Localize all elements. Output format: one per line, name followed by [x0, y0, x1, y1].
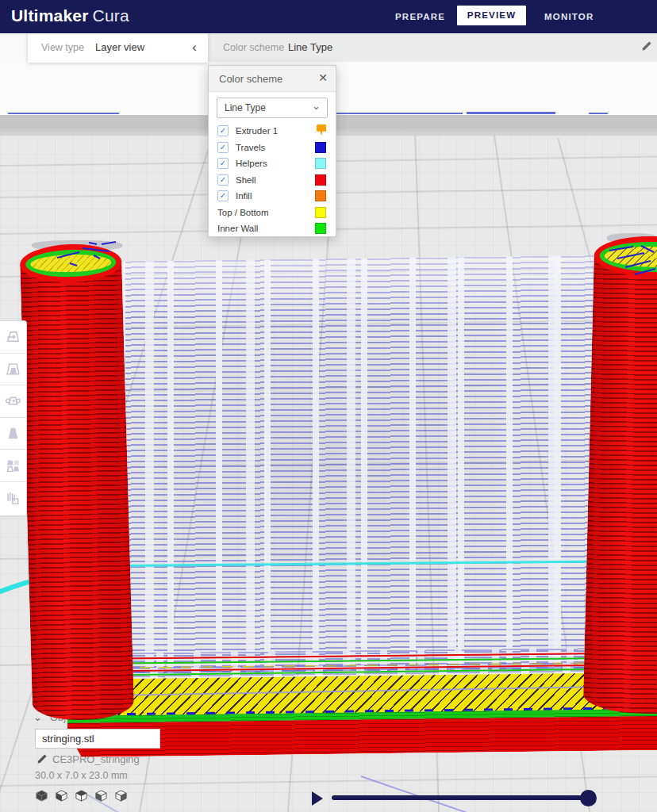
brand-cura: Cura: [93, 6, 129, 25]
view-right-button[interactable]: [114, 789, 128, 802]
tower-shell: [20, 262, 134, 721]
color-swatch: [315, 190, 326, 201]
filename-input[interactable]: [35, 729, 160, 749]
dropdown-value: Line Type: [225, 102, 266, 113]
legend-rows: ✓ Extruder 1 ✓ Travels ✓ Helpers ✓ Shell…: [209, 123, 336, 237]
legend-row-top-bottom: Top / Bottom: [209, 205, 336, 221]
view-left-button[interactable]: [94, 789, 108, 802]
rotate-tool-button[interactable]: [0, 385, 26, 418]
legend-label: Top / Bottom: [217, 208, 269, 217]
travel-line-segment: [589, 113, 608, 114]
travel-line-segment: [467, 112, 555, 114]
close-icon[interactable]: ✕: [318, 71, 328, 84]
helpers-checkbox[interactable]: ✓: [217, 158, 229, 169]
printed-tower-right[interactable]: [583, 235, 657, 715]
legend-label: Inner Wall: [217, 224, 258, 233]
legend-label: Infill: [236, 191, 252, 201]
legend-label: Helpers: [236, 159, 267, 168]
view-type-value: Layer view: [95, 41, 144, 53]
scale-tool-button[interactable]: [0, 354, 26, 386]
view-front-button[interactable]: [55, 789, 68, 802]
tower-shell: [583, 255, 657, 715]
rotate-icon: [6, 393, 21, 408]
per-model-settings-icon: [6, 458, 21, 473]
extruder-swatch: [317, 124, 326, 136]
view-orientation-buttons: [35, 789, 128, 802]
brand-ultimaker: Ultimaker: [11, 6, 89, 25]
color-swatch: [315, 174, 326, 186]
mirror-icon: [6, 426, 21, 441]
travel-lines-layer: [119, 255, 597, 676]
tab-preview[interactable]: PREVIEW: [457, 6, 526, 25]
panel-title: Color scheme: [219, 73, 282, 85]
view-top-button[interactable]: [75, 789, 88, 802]
per-model-settings-button[interactable]: [0, 450, 26, 482]
cura-app-window: ⌄Object list CE3PRO_stringing 30.0 x 7.0…: [0, 0, 657, 812]
legend-row-inner-wall: Inner Wall: [209, 220, 336, 237]
collapse-chevron-icon[interactable]: ‹: [192, 40, 197, 54]
view-3d-button[interactable]: [35, 789, 48, 802]
color-swatch: [315, 223, 326, 234]
chevron-down-icon: ⌄: [312, 100, 321, 112]
view-type-selector[interactable]: View type Layer view ‹: [28, 32, 208, 63]
edit-pencil-icon[interactable]: [641, 40, 652, 55]
legend-row-helpers: ✓ Helpers: [209, 155, 336, 172]
color-swatch: [315, 207, 326, 218]
printed-tower-left[interactable]: [20, 243, 135, 721]
legend-row-extruder1: ✓ Extruder 1: [209, 123, 336, 140]
scale-icon: [6, 362, 21, 377]
move-tool-button[interactable]: [0, 321, 26, 354]
legend-label: Travels: [236, 143, 265, 152]
infill-checkbox[interactable]: ✓: [217, 190, 229, 201]
tab-prepare[interactable]: PREPARE: [395, 0, 443, 33]
play-button[interactable]: [312, 791, 323, 806]
panel-header: Color scheme ✕: [209, 66, 336, 92]
legend-row-shell: ✓ Shell: [209, 172, 336, 189]
model-dimensions-text: 30.0 x 7.0 x 23.0 mm: [35, 770, 128, 781]
legend-row-travels: ✓ Travels: [209, 140, 336, 156]
shell-checkbox[interactable]: ✓: [217, 174, 229, 186]
color-scheme-panel: Color scheme ✕ Line Type ⌄ ✓ Extruder 1 …: [208, 65, 336, 237]
move-icon: [6, 329, 21, 344]
view-type-label: View type: [41, 42, 84, 53]
legend-label: Extruder 1: [236, 126, 278, 136]
color-swatch: [315, 158, 326, 169]
simulation-slider-handle[interactable]: [580, 790, 597, 806]
travels-checkbox[interactable]: ✓: [217, 142, 229, 153]
simulation-slider-track[interactable]: [332, 795, 591, 800]
color-scheme-label: Color scheme: [223, 42, 284, 53]
scene-tools-toolbar: [0, 320, 27, 516]
travel-line-segment: [8, 113, 119, 114]
tab-monitor[interactable]: MONITOR: [544, 0, 594, 33]
legend-row-infill: ✓ Infill: [209, 188, 336, 205]
top-header-bar: UltimakerCura PREPARE PREVIEW MONITOR: [0, 0, 657, 33]
extruder1-checkbox[interactable]: ✓: [217, 125, 229, 136]
color-swatch: [315, 142, 326, 153]
support-blocker-button[interactable]: [0, 482, 26, 515]
line-type-dropdown[interactable]: Line Type ⌄: [217, 98, 328, 118]
edit-model-name-icon[interactable]: [36, 753, 48, 768]
mirror-tool-button[interactable]: [0, 418, 26, 450]
legend-label: Shell: [236, 175, 256, 185]
color-scheme-value[interactable]: Line Type: [288, 41, 332, 53]
support-blocker-icon: [6, 491, 21, 506]
app-logo: UltimakerCura: [11, 6, 129, 25]
